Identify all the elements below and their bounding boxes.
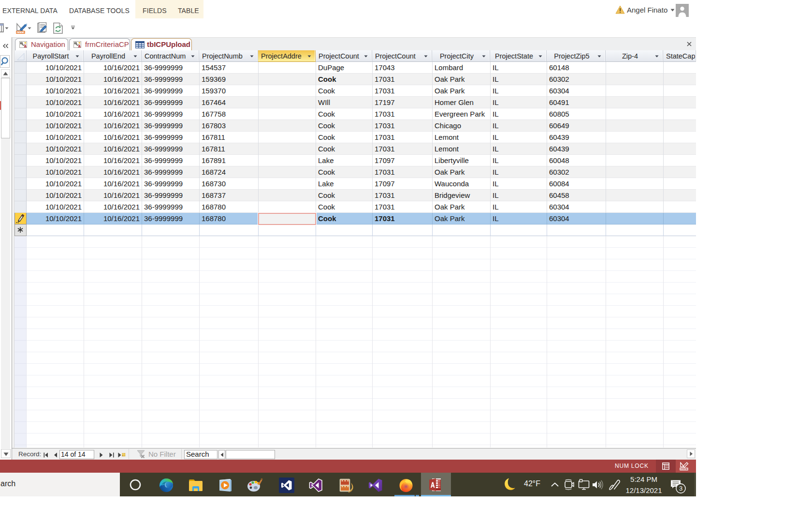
svg-text:3: 3: [679, 485, 682, 492]
